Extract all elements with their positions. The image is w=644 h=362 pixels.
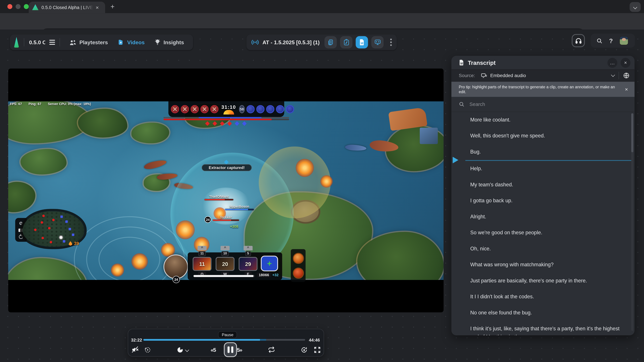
minimize-window-button[interactable] [16, 4, 20, 9]
power-icon[interactable] [19, 235, 23, 239]
nav-insights[interactable]: Insights [154, 39, 184, 45]
chevron-down-icon [633, 5, 637, 9]
scrollbar-thumb[interactable] [631, 113, 633, 152]
score-counter: 58 [239, 105, 245, 113]
ship [345, 144, 366, 151]
transcript-line[interactable]: Help. [451, 161, 634, 177]
tab-search-button[interactable] [630, 2, 641, 12]
workspace-title[interactable]: 0.5.0 Closed ... [29, 39, 45, 45]
browser-tab[interactable]: 0.5.0 Closed Alpha | LIVE AW × [29, 2, 105, 13]
loop-button[interactable] [266, 344, 277, 356]
transcript-line[interactable]: Just parties are basically, there's one … [451, 273, 634, 289]
transcript-line[interactable]: So we're good on these people. [451, 225, 634, 241]
upgrade-caret[interactable]: ^ [244, 246, 252, 250]
transcript-line[interactable]: Alright. [451, 209, 634, 225]
transcript-search[interactable]: Search [451, 97, 634, 112]
upgrade-caret[interactable]: ^ [220, 246, 230, 250]
transcript-list: More like coolant.Well, this doesn't giv… [451, 112, 634, 335]
minimap-blue-dot [68, 228, 71, 230]
notes-list-button[interactable] [324, 36, 337, 48]
transcript-line[interactable]: More like coolant. [451, 112, 634, 128]
structure [420, 128, 438, 144]
red-marker [190, 105, 199, 113]
annotation-button[interactable] [340, 36, 352, 48]
upgrade-caret[interactable]: ^ [198, 246, 206, 250]
nav-label: Playtesters [80, 39, 108, 45]
ability-slot: ^529E [239, 246, 258, 277]
dev-console-button[interactable] [371, 36, 384, 48]
transcript-scrollbar[interactable] [631, 113, 633, 331]
red-marker [181, 105, 189, 113]
hp-bar [204, 199, 233, 200]
level-badge: 24 [204, 216, 211, 223]
transcript-line[interactable]: No one else found the bug. [451, 305, 634, 321]
xp-value: 18066 [257, 273, 271, 277]
minimap-red-dot [52, 219, 55, 221]
minimap-blue-dot [60, 216, 63, 218]
settings-gear-icon[interactable]: ⚙ [19, 221, 23, 226]
audio-monitor-button[interactable] [572, 34, 585, 47]
tab-title: 0.5.0 Closed Alpha | LIVE AW [42, 5, 94, 10]
transcript-button[interactable] [356, 36, 368, 48]
nav-videos[interactable]: Videos [118, 39, 144, 45]
transcript-line[interactable]: My team's dashed. [451, 177, 634, 193]
browser-toolbar: ← → dev.liveaware.io/mP7ZDbJR14BDTetEVGa… [0, 13, 644, 29]
ability-slot: ^1020W [216, 246, 234, 277]
shield-bubble [259, 146, 331, 218]
hp-bar [225, 209, 254, 210]
seek-buffer [260, 339, 266, 341]
navbar-divider [24, 38, 24, 46]
red-marker [212, 121, 217, 126]
new-tab-button[interactable]: + [108, 2, 118, 12]
window-controls [8, 4, 29, 9]
fullscreen-button[interactable] [312, 344, 322, 356]
player-nameplate: Torkker [213, 216, 239, 221]
xp-bar [193, 275, 255, 277]
user-avatar[interactable] [619, 36, 628, 45]
close-window-button[interactable] [8, 4, 12, 9]
nav-playtesters[interactable]: Playtesters [70, 39, 108, 45]
transcript-line[interactable]: What was wrong with matchmaking? [451, 257, 634, 273]
search-icon[interactable] [596, 37, 602, 44]
transcript-line[interactable]: I think it's just, like, saying that the… [451, 321, 634, 335]
chevron-down-icon[interactable] [611, 73, 615, 77]
hamburger-menu-icon[interactable] [50, 40, 52, 45]
transcript-line[interactable]: It I I didn't look at the codes. [451, 289, 634, 305]
headphones-icon [575, 37, 582, 44]
transcript-line[interactable]: I gotta go back up. [451, 193, 634, 209]
player-controls: Pause 32:22 44:46 «5 5» [128, 329, 324, 357]
lightbulb-icon [154, 39, 161, 45]
transcript-line[interactable]: Well, this doesn't give me speed. [451, 128, 634, 144]
transcript-doc-icon [359, 39, 364, 45]
red-marker [227, 121, 232, 126]
panel-close-button[interactable]: × [620, 58, 630, 67]
video-player[interactable]: FPS: 67 Ping: 67 Server CPU: 0% (max: 18… [8, 68, 444, 312]
help-button[interactable]: ? [609, 37, 613, 44]
minimap[interactable]: ⚙ [23, 211, 84, 247]
seek-fill [144, 339, 260, 341]
ability-slot: ^1111Q [193, 246, 212, 277]
skip-back-5-button[interactable]: «5 [208, 344, 219, 356]
transcript-line[interactable]: Oh, nice. [451, 241, 634, 257]
replay-button[interactable] [142, 344, 153, 356]
playback-speed-button[interactable] [174, 344, 190, 356]
zoom-window-button[interactable] [24, 4, 29, 9]
tab-close-icon[interactable]: × [96, 4, 99, 10]
pro-tip-close-icon[interactable]: × [622, 86, 630, 92]
language-globe-icon[interactable] [623, 72, 630, 79]
mute-button[interactable] [130, 344, 140, 356]
stream-title: AT - 1.5.2025 [0.5.3] (1) [262, 39, 321, 45]
liveaware-logo-icon[interactable] [14, 37, 19, 48]
source-value: Embedded audio [490, 73, 612, 78]
skip-forward-5-button[interactable]: 5» [234, 344, 245, 356]
match-timer: 31:10 [221, 104, 236, 110]
device-audio-icon [481, 73, 487, 78]
seek-bar[interactable] [144, 339, 305, 341]
stream-header: AT - 1.5.2025 [0.5.3] (1) [246, 34, 397, 50]
balance-gauge [224, 110, 234, 114]
watermark-button[interactable] [298, 344, 309, 356]
current-position-marker[interactable] [451, 160, 634, 161]
panel-menu-button[interactable]: … [608, 58, 617, 67]
transcript-line[interactable]: Bug. [451, 144, 634, 160]
stream-menu-icon[interactable] [390, 41, 392, 43]
